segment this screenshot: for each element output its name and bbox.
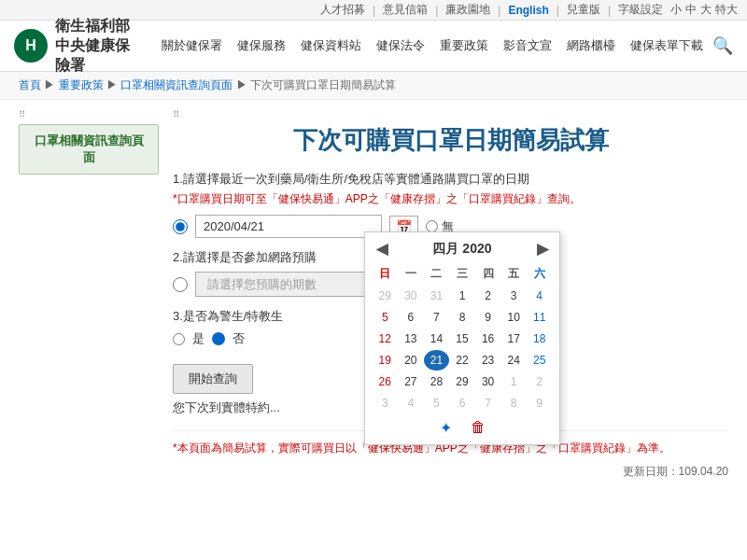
calendar-day[interactable]: 18 [527, 329, 552, 349]
query-button[interactable]: 開始查詢 [173, 364, 253, 394]
sidebar-dots: ⠿ [19, 109, 159, 119]
calendar-day[interactable]: 31 [424, 286, 449, 306]
calendar-day[interactable]: 28 [424, 371, 449, 392]
calendar-day[interactable]: 4 [527, 286, 552, 306]
no-label: 否 [233, 330, 245, 347]
nav-services[interactable]: 健保服務 [237, 37, 286, 54]
calendar-day[interactable]: 29 [373, 286, 398, 306]
step1-note: *口罩購買日期可至「健保快易通」APP之「健康存摺」之「口罩購買紀錄」查詢。 [173, 191, 728, 207]
calendar-day[interactable]: 9 [527, 393, 552, 413]
calendar-day[interactable]: 7 [475, 393, 500, 413]
calendar-day[interactable]: 7 [424, 307, 449, 328]
calendar-title: 四月 2020 [432, 241, 491, 258]
calendar-day[interactable]: 14 [424, 329, 449, 349]
calendar-day[interactable]: 6 [450, 393, 475, 413]
kids-link[interactable]: 兒童版 [567, 2, 600, 18]
calendar-day[interactable]: 15 [450, 329, 475, 349]
calendar-prev-button[interactable]: ◀ [373, 240, 391, 258]
calendar-day[interactable]: 13 [399, 329, 424, 349]
calendar-day[interactable]: 5 [424, 393, 449, 413]
calendar-day[interactable]: 22 [450, 350, 475, 371]
step1-section: 1.請選擇最近一次到藥局/衛生所/免稅店等實體通路購買口罩的日期 *口罩購買日期… [173, 171, 728, 238]
calendar-day-header: 一 [399, 263, 424, 285]
calendar-day[interactable]: 20 [399, 350, 424, 371]
calendar-day[interactable]: 26 [373, 371, 398, 392]
org-name: 衛生福利部中央健康保險署 [55, 17, 143, 76]
calendar-day[interactable]: 24 [501, 350, 527, 371]
breadcrumb-level1[interactable]: 重要政策 [59, 78, 104, 91]
header-logo: H 衛生福利部中央健康保險署 [14, 17, 143, 76]
breadcrumb-level2[interactable]: 口罩相關資訊查詢頁面 [120, 78, 233, 91]
calendar-day[interactable]: 1 [450, 286, 475, 306]
calendar-day[interactable]: 8 [450, 307, 475, 328]
font-small[interactable]: 小 [670, 2, 682, 18]
feedback-link[interactable]: 意見信箱 [383, 2, 428, 18]
calendar-day[interactable]: 16 [475, 329, 500, 349]
nav-data[interactable]: 健保資料站 [301, 37, 361, 54]
online-radio[interactable] [173, 277, 188, 292]
update-date: 更新日期：109.04.20 [173, 464, 728, 480]
calendar-day[interactable]: 4 [399, 393, 424, 413]
breadcrumb: 首頁 ▶ 重要政策 ▶ 口罩相關資訊查詢頁面 ▶ 下次可購買口罩日期簡易試算 [0, 72, 747, 100]
calendar-day-header: 六 [527, 263, 552, 285]
calendar-day[interactable]: 25 [527, 350, 552, 371]
nav-about[interactable]: 關於健保署 [162, 37, 222, 54]
calendar-next-button[interactable]: ▶ [533, 240, 552, 258]
integrity-link[interactable]: 廉政園地 [445, 2, 490, 18]
calendar-day[interactable]: 1 [501, 371, 527, 392]
english-link[interactable]: English [508, 4, 548, 17]
calendar-day[interactable]: 3 [501, 286, 527, 306]
date-radio[interactable] [173, 219, 188, 234]
calendar-day[interactable]: 2 [475, 286, 500, 306]
sidebar: ⠿ 口罩相關資訊查詢頁面 [19, 109, 159, 480]
calendar-header: ◀ 四月 2020 ▶ [373, 240, 552, 258]
breadcrumb-home[interactable]: 首頁 [19, 78, 41, 91]
calendar-day[interactable]: 11 [527, 307, 552, 328]
calendar-day-header: 三 [450, 263, 475, 285]
calendar-day[interactable]: 2 [527, 371, 552, 392]
nav-media[interactable]: 影音文宣 [503, 37, 552, 54]
font-size-label: 字級設定 [618, 2, 663, 18]
nav-counter[interactable]: 網路櫃檯 [567, 37, 615, 54]
header: H 衛生福利部中央健康保險署 關於健保署 健保服務 健保資料站 健保法令 重要政… [0, 21, 747, 72]
calendar-grid: 日一二三四五六293031123456789101112131415161718… [373, 263, 552, 413]
nav-law[interactable]: 健保法令 [376, 37, 425, 54]
calendar-day[interactable]: 17 [501, 329, 527, 349]
font-xlarge[interactable]: 特大 [715, 2, 738, 18]
calendar-clear-button[interactable]: 🗑 [471, 419, 486, 437]
header-nav: 關於健保署 健保服務 健保資料站 健保法令 重要政策 影音文宣 網路櫃檯 健保表… [162, 37, 703, 54]
calendar-day[interactable]: 10 [501, 307, 527, 328]
recruit-link[interactable]: 人才招募 [320, 2, 365, 18]
calendar-day[interactable]: 9 [475, 307, 500, 328]
font-large[interactable]: 大 [700, 2, 712, 18]
breadcrumb-sep2: ▶ [106, 78, 120, 91]
breadcrumb-sep3: ▶ [236, 78, 250, 91]
calendar-day[interactable]: 6 [399, 307, 424, 328]
calendar-day[interactable]: 29 [450, 371, 475, 392]
calendar-day[interactable]: 21 [424, 350, 449, 371]
font-medium[interactable]: 中 [685, 2, 697, 18]
calendar-day[interactable]: 30 [399, 286, 424, 306]
calendar-day[interactable]: 19 [373, 350, 398, 371]
breadcrumb-current: 下次可購買口罩日期簡易試算 [250, 78, 396, 91]
sidebar-item-mask[interactable]: 口罩相關資訊查詢頁面 [19, 124, 159, 175]
nav-forms[interactable]: 健保表單下載 [630, 37, 703, 54]
yes-label: 是 [192, 330, 204, 347]
search-icon[interactable]: 🔍 [712, 35, 733, 56]
calendar-day[interactable]: 23 [475, 350, 500, 371]
calendar-day[interactable]: 12 [373, 329, 398, 349]
calendar-day-header: 日 [373, 263, 398, 285]
calendar-day-header: 四 [475, 263, 500, 285]
no-radio-filled-icon [212, 332, 225, 345]
calendar-day[interactable]: 8 [501, 393, 527, 413]
calendar-today-button[interactable]: ✦ [440, 419, 452, 437]
calendar-day[interactable]: 3 [373, 393, 398, 413]
content-dots: ⠿ [173, 109, 728, 119]
date-input[interactable]: 2020/04/21 [195, 215, 382, 238]
nav-policy[interactable]: 重要政策 [440, 37, 488, 54]
calendar-popup: ◀ 四月 2020 ▶ 日一二三四五六293031123456789101112… [364, 231, 560, 445]
calendar-day[interactable]: 27 [399, 371, 424, 392]
calendar-day[interactable]: 5 [373, 307, 398, 328]
yes-radio[interactable] [173, 333, 185, 345]
calendar-day[interactable]: 30 [475, 371, 500, 392]
